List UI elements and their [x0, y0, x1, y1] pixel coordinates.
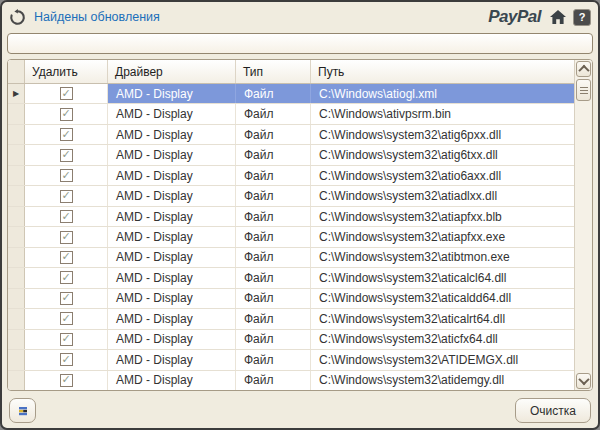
driver-cell[interactable]: AMD - Display	[108, 207, 236, 226]
driver-cell[interactable]: AMD - Display	[108, 371, 236, 390]
scroll-down-button[interactable]	[576, 373, 591, 389]
table-row[interactable]: ▶ AMD - Display Файл C:\Windows\system32…	[8, 371, 574, 390]
path-cell[interactable]: C:\Windows\system32\atig6pxx.dll	[311, 125, 574, 144]
path-cell[interactable]: C:\Windows\system32\atiapfxx.exe	[311, 227, 574, 246]
row-selector-cell[interactable]: ▶	[8, 289, 25, 308]
table-row[interactable]: ▶ AMD - Display Файл C:\Windows\system32…	[8, 227, 574, 247]
delete-checkbox[interactable]	[60, 108, 73, 121]
path-cell[interactable]: C:\Windows\system32\ATIDEMGX.dll	[311, 350, 574, 369]
misc-mini-button[interactable]	[9, 398, 36, 423]
delete-checkbox[interactable]	[60, 87, 73, 100]
table-row[interactable]: ▶ AMD - Display Файл C:\Windows\ativpsrm…	[8, 104, 574, 124]
delete-checkbox[interactable]	[60, 271, 73, 284]
type-cell[interactable]: Файл	[236, 104, 311, 123]
type-cell[interactable]: Файл	[236, 248, 311, 267]
row-selector-cell[interactable]: ▶	[8, 166, 25, 185]
table-row[interactable]: ▶ AMD - Display Файл C:\Windows\system32…	[8, 125, 574, 145]
type-cell[interactable]: Файл	[236, 289, 311, 308]
type-cell[interactable]: Файл	[236, 145, 311, 164]
type-cell[interactable]: Файл	[236, 268, 311, 287]
home-icon[interactable]	[549, 9, 567, 25]
row-selector-cell[interactable]: ▶	[8, 371, 25, 390]
table-row[interactable]: ▶ AMD - Display Файл C:\Windows\system32…	[8, 248, 574, 268]
row-selector-cell[interactable]: ▶	[8, 309, 25, 328]
vertical-scrollbar[interactable]	[574, 60, 592, 390]
header-path[interactable]: Путь	[311, 60, 574, 83]
table-row[interactable]: ▶ AMD - Display Файл C:\Windows\system32…	[8, 268, 574, 288]
driver-cell[interactable]: AMD - Display	[108, 268, 236, 287]
driver-cell[interactable]: AMD - Display	[108, 309, 236, 328]
path-cell[interactable]: C:\Windows\system32\aticfx64.dll	[311, 330, 574, 349]
type-cell[interactable]: Файл	[236, 125, 311, 144]
driver-cell[interactable]: AMD - Display	[108, 145, 236, 164]
delete-checkbox[interactable]	[60, 190, 73, 203]
header-delete[interactable]: Удалить	[25, 60, 108, 83]
path-cell[interactable]: C:\Windows\system32\aticaldd64.dll	[311, 289, 574, 308]
path-cell[interactable]: C:\Windows\ativpsrm.bin	[311, 104, 574, 123]
type-cell[interactable]: Файл	[236, 84, 311, 103]
table-row[interactable]: ▶ AMD - Display Файл C:\Windows\system32…	[8, 207, 574, 227]
row-selector-cell[interactable]: ▶	[8, 186, 25, 205]
delete-checkbox[interactable]	[60, 169, 73, 182]
delete-checkbox[interactable]	[60, 128, 73, 141]
driver-cell[interactable]: AMD - Display	[108, 330, 236, 349]
driver-cell[interactable]: AMD - Display	[108, 350, 236, 369]
type-cell[interactable]: Файл	[236, 330, 311, 349]
delete-checkbox[interactable]	[60, 374, 73, 387]
row-selector-cell[interactable]: ▶	[8, 207, 25, 226]
type-cell[interactable]: Файл	[236, 371, 311, 390]
table-row[interactable]: ▶ AMD - Display Файл C:\Windows\atiogl.x…	[8, 84, 574, 104]
driver-cell[interactable]: AMD - Display	[108, 186, 236, 205]
type-cell[interactable]: Файл	[236, 207, 311, 226]
row-selector-cell[interactable]: ▶	[8, 145, 25, 164]
delete-checkbox[interactable]	[60, 251, 73, 264]
type-cell[interactable]: Файл	[236, 227, 311, 246]
path-cell[interactable]: C:\Windows\system32\atidemgy.dll	[311, 371, 574, 390]
driver-cell[interactable]: AMD - Display	[108, 84, 236, 103]
path-cell[interactable]: C:\Windows\system32\aticalcl64.dll	[311, 268, 574, 287]
clean-button[interactable]: Очистка	[515, 398, 591, 423]
scroll-up-button[interactable]	[576, 61, 591, 77]
driver-cell[interactable]: AMD - Display	[108, 289, 236, 308]
path-cell[interactable]: C:\Windows\system32\atibtmon.exe	[311, 248, 574, 267]
table-row[interactable]: ▶ AMD - Display Файл C:\Windows\system32…	[8, 330, 574, 350]
driver-cell[interactable]: AMD - Display	[108, 125, 236, 144]
table-row[interactable]: ▶ AMD - Display Файл C:\Windows\system32…	[8, 350, 574, 370]
type-cell[interactable]: Файл	[236, 350, 311, 369]
path-cell[interactable]: C:\Windows\system32\atiapfxx.blb	[311, 207, 574, 226]
table-row[interactable]: ▶ AMD - Display Файл C:\Windows\system32…	[8, 166, 574, 186]
table-row[interactable]: ▶ AMD - Display Файл C:\Windows\system32…	[8, 186, 574, 206]
delete-checkbox[interactable]	[60, 312, 73, 325]
driver-cell[interactable]: AMD - Display	[108, 227, 236, 246]
delete-checkbox[interactable]	[60, 231, 73, 244]
row-selector-cell[interactable]: ▶	[8, 227, 25, 246]
path-cell[interactable]: C:\Windows\system32\atiadlxx.dll	[311, 186, 574, 205]
paypal-logo[interactable]: PayPal	[488, 7, 541, 27]
path-cell[interactable]: C:\Windows\system32\atig6txx.dll	[311, 145, 574, 164]
help-button[interactable]: ?	[573, 9, 591, 26]
driver-cell[interactable]: AMD - Display	[108, 248, 236, 267]
type-cell[interactable]: Файл	[236, 166, 311, 185]
type-cell[interactable]: Файл	[236, 186, 311, 205]
row-selector-cell[interactable]: ▶	[8, 125, 25, 144]
delete-checkbox[interactable]	[60, 292, 73, 305]
status-link[interactable]: Найдены обновления	[34, 10, 160, 24]
header-type[interactable]: Тип	[236, 60, 311, 83]
scrollbar-thumb[interactable]	[576, 79, 591, 101]
type-cell[interactable]: Файл	[236, 309, 311, 328]
path-cell[interactable]: C:\Windows\system32\atio6axx.dll	[311, 166, 574, 185]
row-selector-cell[interactable]: ▶	[8, 104, 25, 123]
row-selector-cell[interactable]: ▶	[8, 268, 25, 287]
driver-cell[interactable]: AMD - Display	[108, 166, 236, 185]
delete-checkbox[interactable]	[60, 210, 73, 223]
header-driver[interactable]: Драйвер	[108, 60, 236, 83]
row-selector-cell[interactable]: ▶	[8, 84, 25, 103]
driver-cell[interactable]: AMD - Display	[108, 104, 236, 123]
delete-checkbox[interactable]	[60, 353, 73, 366]
table-row[interactable]: ▶ AMD - Display Файл C:\Windows\system32…	[8, 145, 574, 165]
delete-checkbox[interactable]	[60, 149, 73, 162]
table-row[interactable]: ▶ AMD - Display Файл C:\Windows\system32…	[8, 309, 574, 329]
row-selector-cell[interactable]: ▶	[8, 350, 25, 369]
row-selector-cell[interactable]: ▶	[8, 330, 25, 349]
row-selector-cell[interactable]: ▶	[8, 248, 25, 267]
